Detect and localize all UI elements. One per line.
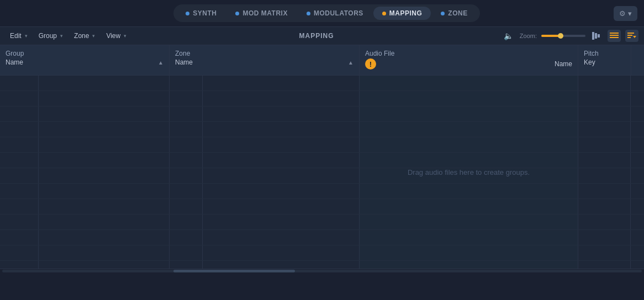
tab-mapping-label: MAPPING [389, 9, 423, 17]
zone-menu-button[interactable]: Zone ▾ [70, 30, 99, 41]
zoom-label: Zoom: [520, 33, 537, 39]
view-menu-button[interactable]: View ▾ [102, 30, 131, 41]
svg-rect-4 [610, 35, 619, 36]
svg-rect-7 [627, 35, 632, 36]
tab-modulators-label: MODULATORS [314, 9, 363, 17]
edit-menu-button[interactable]: Edit ▾ [6, 30, 32, 41]
tab-synth[interactable]: SYNTH [177, 7, 225, 20]
toolbar-right: 🔈 Zoom: [502, 30, 638, 42]
table-body: Drag audio files here to create groups. [0, 76, 644, 269]
svg-marker-9 [633, 36, 636, 38]
speaker-button[interactable]: 🔈 [502, 30, 515, 42]
zone-name-label: Name [175, 58, 193, 66]
svg-rect-8 [627, 37, 631, 38]
svg-rect-5 [610, 37, 619, 38]
chevron-down-icon: ▾ [628, 9, 632, 18]
scrollbar-thumb[interactable] [173, 270, 295, 272]
zone-column-header[interactable]: Zone Name ▲ [170, 45, 360, 75]
view-chevron: ▾ [124, 33, 126, 39]
pitch-column-body [578, 76, 631, 269]
toolbar-title: MAPPING [133, 32, 500, 40]
bars-icon [592, 32, 601, 40]
group-header-top: Group [6, 50, 163, 57]
tab-modulators[interactable]: MODULATORS [298, 7, 372, 20]
list-icon [610, 32, 619, 40]
scrollbar-track[interactable] [2, 270, 642, 272]
pitch-header-top: Pitch [584, 50, 625, 57]
group-column-header[interactable]: Group Name ▲ [0, 45, 170, 75]
nav-tabs: SYNTH MOD MATRIX MODULATORS MAPPING ZONE [173, 4, 479, 22]
zone-chevron: ▾ [92, 33, 95, 39]
svg-rect-2 [598, 34, 600, 38]
bottom-scrollbar [0, 269, 644, 273]
tab-mapping[interactable]: MAPPING [373, 7, 431, 20]
group-header-bottom: Name ▲ [6, 58, 163, 66]
edit-chevron: ▾ [25, 33, 28, 39]
synth-dot [186, 12, 189, 15]
zone-col-right [203, 76, 359, 269]
mapping-dot [382, 12, 386, 15]
group-menu-button[interactable]: Group ▾ [34, 30, 67, 41]
warning-icon: ! [365, 58, 376, 69]
zone-sort-arrow[interactable]: ▲ [348, 60, 353, 66]
group-column-body [0, 76, 170, 269]
gear-button[interactable]: ⚙ ▾ [614, 6, 637, 21]
zone-col-left [170, 76, 203, 269]
group-sort-arrow[interactable]: ▲ [158, 60, 163, 66]
group-col-right [39, 76, 169, 269]
tab-mod-matrix-label: MOD MATRIX [242, 9, 287, 17]
audio-column-header[interactable]: Audio File ! Name [360, 45, 578, 75]
zone-header-top: Zone [175, 50, 353, 57]
tab-mod-matrix[interactable]: MOD MATRIX [226, 7, 296, 20]
top-nav: SYNTH MOD MATRIX MODULATORS MAPPING ZONE… [0, 0, 644, 26]
sort-icon-button[interactable] [625, 30, 638, 42]
tab-synth-label: SYNTH [193, 9, 217, 17]
audio-column-body[interactable]: Drag audio files here to create groups. [360, 76, 578, 269]
svg-rect-0 [592, 32, 594, 40]
pitch-header-bottom: Key [584, 58, 625, 66]
list-icon-button[interactable] [608, 30, 621, 42]
zoom-slider[interactable] [541, 35, 585, 37]
view-label: View [106, 32, 120, 40]
zone-dot [441, 12, 445, 15]
speaker-icon: 🔈 [504, 31, 513, 40]
drag-hint: Drag audio files here to create groups. [408, 168, 530, 176]
svg-rect-3 [610, 33, 619, 34]
pitch-key-label: Key [584, 58, 595, 66]
svg-rect-6 [627, 33, 634, 34]
bars-icon-button[interactable] [590, 30, 603, 42]
zone-column-body [170, 76, 360, 269]
audio-header-bottom: ! Name [365, 58, 572, 69]
mod-matrix-dot [235, 12, 239, 15]
group-label: Group [39, 32, 57, 40]
zone-header-bottom: Name ▲ [175, 58, 353, 66]
extra-col-header [631, 45, 644, 75]
extra-column-body [631, 76, 644, 269]
tab-zone-label: ZONE [448, 9, 467, 17]
gear-icon: ⚙ [619, 9, 626, 18]
edit-label: Edit [10, 32, 22, 40]
toolbar: Edit ▾ Group ▾ Zone ▾ View ▾ MAPPING 🔈 Z… [0, 26, 644, 45]
group-col-left [0, 76, 39, 269]
group-name-label: Name [6, 58, 23, 66]
group-chevron: ▾ [60, 33, 63, 39]
table-columns: Drag audio files here to create groups. [0, 76, 644, 269]
zone-label: Zone [74, 32, 89, 40]
modulators-dot [307, 12, 310, 15]
audio-name-label: Name [555, 60, 572, 68]
sort-icon [627, 32, 636, 40]
tab-zone[interactable]: ZONE [432, 7, 476, 20]
pitch-column-header[interactable]: Pitch Key [578, 45, 631, 75]
column-headers: Group Name ▲ Zone Name ▲ Audio File ! Na… [0, 45, 644, 76]
svg-rect-1 [595, 33, 597, 39]
audio-header-top: Audio File [365, 50, 572, 57]
